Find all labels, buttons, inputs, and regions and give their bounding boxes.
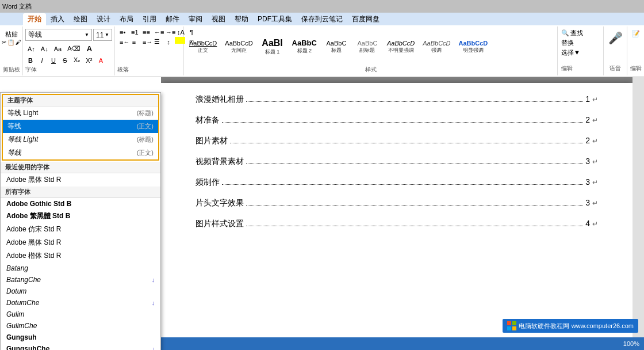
multilevel-list-button[interactable]: ≡≡ bbox=[140, 28, 151, 37]
toc-page-1: 2 bbox=[585, 115, 590, 124]
style-chip-5[interactable]: AaBbC副标题 bbox=[353, 38, 382, 56]
all-font-item-1[interactable]: Adobe 繁黑體 Std B bbox=[1, 210, 160, 223]
doc-page: 浪漫婚礼相册 1 ↵ 材准备 2 ↵ 图片素材 2 ↵ 视频背景素材 3 bbox=[161, 83, 632, 337]
format-painter-button[interactable]: 🖌 bbox=[16, 39, 21, 45]
all-font-item-2[interactable]: Adobe 仿宋 Std R bbox=[1, 223, 160, 236]
style-chip-8[interactable]: AaBbCcD明显强调 bbox=[456, 38, 491, 56]
download-icon-12: ↓ bbox=[152, 345, 155, 350]
ribbon-tab-开始[interactable]: 开始 bbox=[23, 13, 46, 25]
all-font-item-9[interactable]: Gulim bbox=[1, 309, 160, 320]
status-zoom: 100% bbox=[623, 340, 639, 347]
align-left-button[interactable]: ≡← bbox=[117, 37, 128, 47]
font-dropdown[interactable]: 主题字体 等线 Light (标题) 等线 (正文) 等线 Light (标题)… bbox=[0, 92, 161, 350]
style-chip-7[interactable]: AaBbCcD强调 bbox=[420, 38, 453, 56]
all-font-item-10[interactable]: GulimChe bbox=[1, 320, 160, 332]
ribbon-tab-PDF工具集[interactable]: PDF工具集 bbox=[253, 13, 297, 25]
all-font-item-12[interactable]: GungsuhChe ↓ bbox=[1, 343, 160, 350]
theme-fonts-title: 主题字体 bbox=[3, 95, 158, 106]
all-font-item-0[interactable]: Adobe Gothic Std B bbox=[1, 198, 160, 210]
para-buttons-row2: ≡← ≡ ≡→ ☰ ↕ □ bbox=[117, 37, 181, 47]
justify-button[interactable]: ☰ bbox=[152, 37, 162, 47]
font-shrink-button[interactable]: A↓ bbox=[39, 44, 51, 54]
line-spacing-button[interactable]: ↕ bbox=[163, 37, 174, 47]
align-right-button[interactable]: ≡→ bbox=[140, 37, 151, 47]
search-button[interactable]: 查找 bbox=[570, 29, 583, 37]
all-font-item-7[interactable]: Dotum bbox=[1, 286, 160, 297]
all-font-item-11[interactable]: Gungsuh bbox=[1, 332, 160, 343]
font-section-label: 字体 bbox=[25, 66, 112, 74]
ribbon-tab-帮助[interactable]: 帮助 bbox=[230, 13, 253, 25]
style-chip-4[interactable]: AaBbC标题 bbox=[322, 38, 351, 56]
ribbon-tab-布局[interactable]: 布局 bbox=[115, 13, 138, 25]
theme-font-item-2[interactable]: 等线 Light (标题) bbox=[3, 133, 158, 146]
style-label-7: 强调 bbox=[431, 47, 442, 54]
all-font-item-6[interactable]: BatangChe ↓ bbox=[1, 274, 160, 286]
align-center-button[interactable]: ≡ bbox=[129, 37, 139, 47]
font-grow-button[interactable]: A↑ bbox=[25, 44, 37, 54]
increase-indent-button[interactable]: →≡ bbox=[163, 28, 174, 37]
text-color-button[interactable]: A bbox=[95, 56, 106, 65]
text-highlight-button[interactable]: A bbox=[85, 43, 95, 54]
ribbon-tab-插入[interactable]: 插入 bbox=[46, 13, 69, 25]
ribbon-tab-百度网盘[interactable]: 百度网盘 bbox=[347, 13, 384, 25]
superscript-button[interactable]: X² bbox=[83, 56, 94, 65]
subscript-button[interactable]: X₂ bbox=[71, 55, 82, 65]
copy-button[interactable]: 📋 bbox=[7, 39, 14, 45]
decrease-indent-button[interactable]: ←≡ bbox=[152, 28, 162, 37]
search-row: 🔍 查找 bbox=[561, 29, 600, 37]
ribbon-tab-视图[interactable]: 视图 bbox=[207, 13, 230, 25]
ribbon-tab-审阅[interactable]: 审阅 bbox=[184, 13, 207, 25]
all-font-item-5[interactable]: Batang bbox=[1, 262, 160, 274]
all-font-name-10: GulimChe bbox=[6, 322, 37, 330]
search-edit-section: 🔍 查找 替换 选择▼ 编辑 bbox=[558, 26, 604, 75]
styles-section-label: 样式 bbox=[186, 66, 555, 74]
ribbon-tab-绘图[interactable]: 绘图 bbox=[69, 13, 92, 25]
ribbon-tab-邮件[interactable]: 邮件 bbox=[161, 13, 184, 25]
theme-font-item-0[interactable]: 等线 Light (标题) bbox=[3, 106, 158, 120]
theme-font-type-0: (标题) bbox=[137, 109, 154, 117]
toc-text-3: 视频背景素材 bbox=[195, 157, 244, 167]
style-chip-0[interactable]: AaBbCcD正文 bbox=[186, 38, 220, 56]
numbering-button[interactable]: ≡1 bbox=[129, 28, 139, 37]
bullets-button[interactable]: ≡• bbox=[117, 28, 128, 37]
svg-rect-2 bbox=[507, 326, 511, 330]
style-sample-6: AaBbCcD bbox=[387, 40, 415, 47]
style-chip-3[interactable]: AaBbC标题 2 bbox=[289, 37, 320, 56]
toc-item-1: 材准备 2 ↵ bbox=[195, 115, 598, 125]
paste-button[interactable]: 粘贴 bbox=[2, 30, 21, 39]
all-font-item-4[interactable]: Adobe 楷体 Std R bbox=[1, 249, 160, 262]
font-name-box[interactable]: 等线 ▼ bbox=[25, 29, 92, 41]
download-icon-6: ↓ bbox=[152, 276, 155, 283]
recent-font-item-0[interactable]: Adobe 黑体 Std R bbox=[1, 173, 160, 187]
win-logo-icon bbox=[507, 321, 516, 330]
ribbon-tab-引用[interactable]: 引用 bbox=[138, 13, 161, 25]
font-case-button[interactable]: Aa bbox=[52, 44, 64, 54]
strikethrough-button[interactable]: S bbox=[60, 56, 70, 65]
style-chip-6[interactable]: AaBbCcD不明显强调 bbox=[384, 38, 417, 56]
font-section: 等线 ▼ 11 ▼ A↑ A↓ Aa A⌫ A B I U S X₂ X² A … bbox=[23, 26, 115, 75]
theme-font-item-1[interactable]: 等线 (正文) bbox=[3, 120, 158, 133]
toc-arrow-3: ↵ bbox=[592, 158, 598, 166]
all-font-name-1: Adobe 繁黑體 Std B bbox=[6, 211, 70, 221]
ribbon-tab-设计[interactable]: 设计 bbox=[92, 13, 115, 25]
style-chip-2[interactable]: AaBl标题 1 bbox=[258, 36, 287, 58]
all-font-item-8[interactable]: DotumChe ↓ bbox=[1, 297, 160, 309]
svg-rect-0 bbox=[507, 321, 511, 325]
toc-page-5: 3 bbox=[585, 198, 590, 207]
toc-text-5: 片头文字效果 bbox=[195, 198, 244, 208]
bold-button[interactable]: B bbox=[25, 56, 36, 65]
style-sample-5: AaBbC bbox=[358, 40, 378, 47]
underline-button[interactable]: U bbox=[48, 56, 59, 65]
cut-button[interactable]: ✂ bbox=[2, 39, 6, 45]
all-font-name-6: BatangChe bbox=[6, 276, 41, 284]
replace-button[interactable]: 替换 bbox=[561, 39, 600, 47]
italic-button[interactable]: I bbox=[37, 56, 47, 65]
clear-format-button[interactable]: A⌫ bbox=[65, 44, 83, 54]
font-size-box[interactable]: 11 ▼ bbox=[93, 29, 112, 41]
all-font-item-3[interactable]: Adobe 黑体 Std R bbox=[1, 236, 160, 249]
select-button[interactable]: 选择▼ bbox=[561, 48, 600, 57]
ribbon-tab-保存到云笔记[interactable]: 保存到云笔记 bbox=[297, 13, 347, 25]
style-sample-4: AaBbC bbox=[327, 40, 347, 47]
style-chip-1[interactable]: AaBbCcD无间距 bbox=[222, 38, 255, 56]
theme-font-item-3[interactable]: 等线 (正文) bbox=[3, 146, 158, 159]
